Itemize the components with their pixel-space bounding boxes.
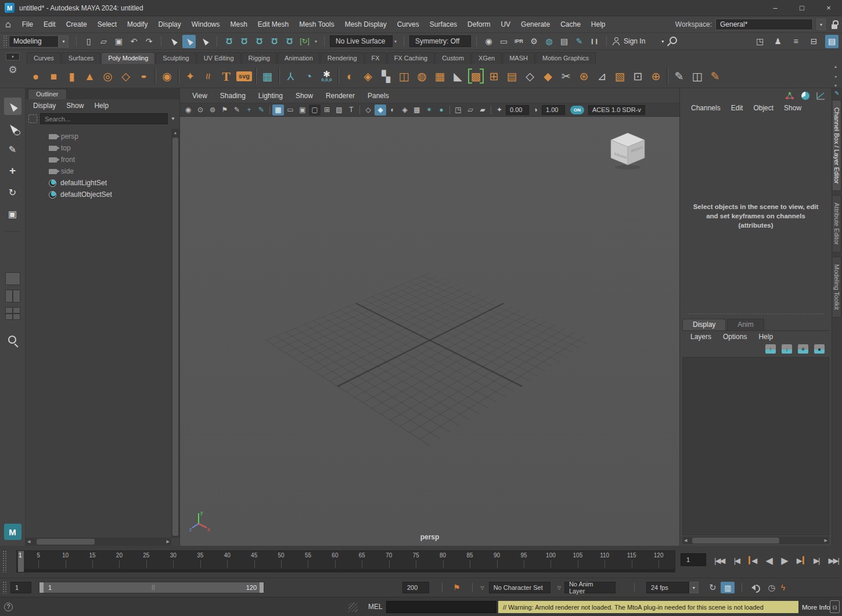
- smooth-shade-icon[interactable]: ◆: [375, 105, 386, 116]
- loop-playback-icon[interactable]: ↻: [709, 582, 717, 593]
- wireframe-on-shaded-icon[interactable]: ◐: [387, 105, 398, 116]
- move-layer-up-icon[interactable]: ↑: [765, 344, 776, 354]
- outliner-vertical-scrollbar[interactable]: ▲: [171, 129, 179, 538]
- type-text-icon[interactable]: T: [217, 66, 235, 86]
- snap-projected-center-icon[interactable]: Ω: [268, 35, 281, 48]
- channel-box-menu-item[interactable]: Edit: [726, 104, 749, 112]
- outliner-horizontal-scrollbar[interactable]: ◀ ▶: [26, 538, 171, 546]
- pin-icon[interactable]: ✎: [834, 90, 839, 96]
- menu-item[interactable]: Mesh Tools: [294, 20, 339, 28]
- boolean-icon[interactable]: ◐: [341, 66, 359, 86]
- spherize-icon[interactable]: ⊕: [647, 66, 665, 86]
- menu-set-arrow-icon[interactable]: ▾: [59, 35, 69, 48]
- channel-box-menu-item[interactable]: Object: [748, 104, 779, 112]
- lock-camera-icon[interactable]: ⊙: [195, 105, 206, 116]
- lasso-tool[interactable]: [4, 119, 21, 136]
- evaluation-mode-icon[interactable]: ϟ: [781, 583, 785, 592]
- poly-plane-icon[interactable]: ◇: [117, 66, 135, 86]
- search-dropdown-icon[interactable]: ▼: [171, 116, 175, 121]
- rgb-channels-icon[interactable]: [785, 92, 794, 100]
- current-time-field[interactable]: 1: [681, 553, 706, 566]
- bookmark-icon[interactable]: ⚑: [219, 105, 231, 116]
- new-empty-layer-icon[interactable]: +: [798, 344, 808, 354]
- minimize-button[interactable]: –: [762, 0, 789, 16]
- fill-hole-icon[interactable]: ▦: [431, 66, 449, 86]
- render-settings-icon[interactable]: ⚙: [527, 35, 541, 48]
- home-icon[interactable]: ⌂: [5, 19, 11, 30]
- playback-speed-icon[interactable]: ◷: [768, 583, 775, 592]
- shelf-tab[interactable]: XGen: [472, 52, 502, 64]
- go-to-end-button[interactable]: ▶▶|: [829, 556, 839, 565]
- platonic-solid-icon[interactable]: ◉: [158, 66, 176, 86]
- layout-four-pane-button[interactable]: [5, 307, 20, 320]
- command-input[interactable]: [386, 601, 496, 613]
- range-grip[interactable]: [2, 581, 7, 594]
- channel-box-menu-item[interactable]: Channels: [686, 104, 726, 112]
- scroll-up-icon[interactable]: ▲: [834, 64, 838, 69]
- animation-end-field[interactable]: 200: [402, 582, 429, 593]
- scrollbar-thumb[interactable]: [172, 138, 178, 536]
- remesh-icon[interactable]: ⊞: [485, 66, 503, 86]
- scale-tool[interactable]: ▣: [4, 205, 21, 222]
- color-management-toggle[interactable]: ON: [570, 106, 584, 114]
- outliner-item[interactable]: front: [26, 154, 171, 165]
- viewport-canvas[interactable]: FRONT RIGHT y x z persp: [180, 117, 679, 546]
- editor-layout-icon[interactable]: ⊟: [807, 35, 821, 48]
- mirror-icon[interactable]: ◫: [395, 66, 413, 86]
- playblast-icon[interactable]: ▥: [721, 582, 735, 593]
- locator-icon[interactable]: Y: [282, 66, 300, 86]
- range-start-handle[interactable]: [39, 582, 44, 593]
- image-plane-icon[interactable]: ▱: [465, 105, 476, 116]
- extrude-icon[interactable]: ▤: [503, 66, 521, 86]
- viewport-menu-item[interactable]: Panels: [361, 92, 395, 100]
- multi-cut-icon[interactable]: ✂: [557, 66, 575, 86]
- menu-item[interactable]: Help: [586, 20, 611, 28]
- go-to-start-button[interactable]: |◀◀: [714, 556, 724, 565]
- anim-layer-dropdown-icon[interactable]: ▽: [557, 585, 561, 590]
- outliner-item[interactable]: top: [26, 142, 171, 154]
- pivot-icon[interactable]: +: [243, 105, 255, 116]
- range-center-grip[interactable]: [152, 585, 155, 590]
- scroll-left-icon[interactable]: ◀: [26, 539, 32, 544]
- snap-to-curve-icon[interactable]: Ω: [238, 35, 251, 48]
- maximize-button[interactable]: □: [789, 0, 815, 16]
- menu-item[interactable]: Mesh Display: [340, 20, 392, 28]
- script-editor-icon[interactable]: {;}: [830, 600, 840, 613]
- shelf-tab[interactable]: Motion Graphics: [535, 52, 596, 64]
- grid-toggle-icon[interactable]: ▦: [272, 105, 284, 116]
- display-color-management-icon[interactable]: ◍: [542, 35, 556, 48]
- menu-item[interactable]: Curves: [392, 20, 424, 28]
- pause-viewport-icon[interactable]: ❙❙: [588, 35, 601, 48]
- poly-cube-icon[interactable]: ■: [45, 66, 63, 86]
- outliner-menu-item[interactable]: Help: [89, 102, 114, 110]
- wireframe-icon[interactable]: ◇: [362, 105, 374, 116]
- range-end-handle[interactable]: [260, 582, 264, 593]
- shelf-tab[interactable]: MASH: [502, 52, 535, 64]
- reduce-icon[interactable]: ◣: [449, 66, 467, 86]
- svg-tool-icon[interactable]: svg: [235, 66, 253, 86]
- exposure-field[interactable]: 0.00: [506, 105, 529, 115]
- ipr-render-icon[interactable]: IPR: [512, 35, 526, 48]
- audio-icon[interactable]: [751, 583, 761, 592]
- lighting-icon[interactable]: ✶: [423, 105, 435, 116]
- move-tool[interactable]: +: [4, 162, 21, 179]
- menu-item[interactable]: Surfaces: [424, 20, 462, 28]
- render-setup-icon[interactable]: ▤: [557, 35, 571, 48]
- menu-item[interactable]: Cache: [555, 20, 586, 28]
- layer-editor-menu-item[interactable]: Layers: [685, 333, 717, 341]
- menu-item[interactable]: File: [17, 20, 38, 28]
- channel-box-menu-item[interactable]: Show: [779, 104, 807, 112]
- move-layer-down-icon[interactable]: ↓: [782, 344, 792, 354]
- shelf-tab-selector[interactable]: ▾: [6, 53, 20, 60]
- shelf-tab[interactable]: Surfaces: [62, 52, 100, 64]
- time-slider[interactable]: 5 10 15 20 25: [16, 550, 675, 572]
- outliner-menu-item[interactable]: Show: [61, 102, 89, 110]
- fps-field[interactable]: 24 fps: [646, 582, 689, 593]
- select-object-icon[interactable]: [182, 35, 196, 48]
- character-set-field[interactable]: No Character Set: [489, 582, 550, 593]
- channel-layout-icon[interactable]: ≡: [789, 35, 803, 48]
- bend-deformer-icon[interactable]: ◫: [688, 66, 706, 86]
- workspace-value[interactable]: General*: [715, 19, 813, 30]
- frame-selection-icon[interactable]: [28, 114, 37, 123]
- contrast-icon[interactable]: ◑: [530, 105, 541, 116]
